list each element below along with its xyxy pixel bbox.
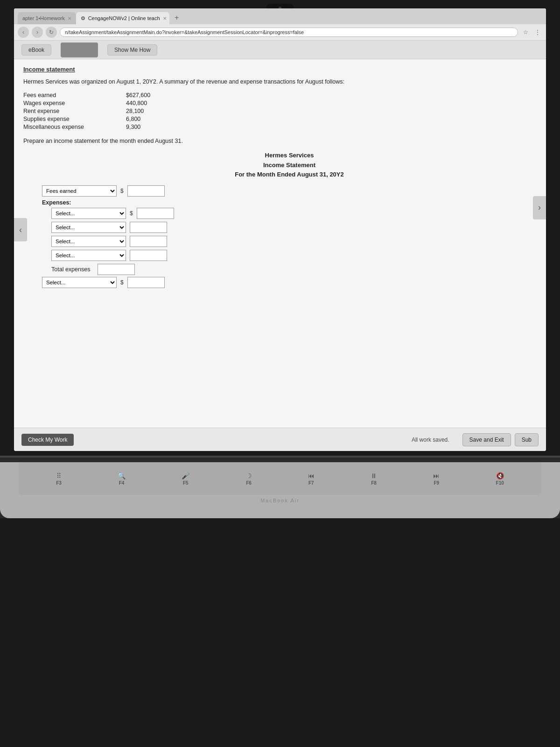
expense-dollar-1: $ [130,210,133,217]
macbook-label: MacBook Air [0,498,560,503]
keyboard-row: ⠿ F3 🔍 F4 🎤 F5 ☽ F6 ⏮ F7 ⏸ F8 ⏭ F9 🔇 [19,462,541,495]
expense-select-1[interactable]: Select... Wages expense Rent expense Sup… [51,208,126,219]
key-f8: ⏸ F8 [371,472,377,486]
f4-icon: 🔍 [118,472,126,479]
app-toolbar: eBook Show Me How [14,41,546,59]
expense-input-2[interactable] [130,222,167,233]
settings-icon[interactable]: ⋮ [533,28,542,37]
net-dollar-sign: $ [120,279,124,286]
net-income-input[interactable] [127,277,165,288]
data-label-1: Fees earned [23,92,107,99]
data-row-1: Fees earned $627,600 [23,92,537,99]
data-row-2: Wages expense 440,800 [23,100,537,106]
save-and-exit-button[interactable]: Save and Exit [462,433,511,446]
expense-select-2[interactable]: Select... Wages expense Rent expense Sup… [51,222,126,233]
key-f5: 🎤 F5 [182,472,189,486]
data-value-4: 6,800 [107,116,140,122]
browser-tab-active[interactable]: ⚙ CengageNOWv2 | Online teach ✕ [76,12,169,24]
data-value-5: 9,300 [107,124,140,130]
back-button[interactable]: ‹ [18,27,29,38]
toolbar-image [61,42,98,57]
prepare-instruction: Prepare an income statement for the mont… [23,138,537,144]
expenses-label: Expenses: [42,199,537,206]
expenses-section: Expenses: Select... Wages expense Rent e… [42,199,537,288]
fees-dollar-sign: $ [120,188,124,194]
f9-icon: ⏭ [433,472,440,479]
f10-label: F10 [496,480,504,486]
tab-label-active: CengageNOWv2 | Online teach [88,15,160,21]
data-label-5: Miscellaneous expense [23,124,107,130]
tab-close-icon[interactable]: ✕ [68,16,71,21]
fees-earned-select[interactable]: Fees earned Wages expense Rent expense S… [42,185,117,197]
expense-select-3[interactable]: Select... Wages expense Rent expense Sup… [51,236,126,247]
f4-label: F4 [119,480,125,486]
key-f6: ☽ F6 [246,472,252,486]
income-statement-form: Hermes Services Income Statement For the… [42,151,537,288]
data-label-4: Supplies expense [23,116,107,122]
tab-label: apter 1•Homework [22,15,65,21]
browser-tabs: apter 1•Homework ✕ ⚙ CengageNOWv2 | Onli… [14,8,546,24]
expense-input-3[interactable] [130,236,167,247]
address-input[interactable]: n/takeAssignment/takeAssignmentMain.do?i… [60,28,518,37]
net-income-select[interactable]: Select... Net income Net loss [42,277,117,288]
add-tab-button[interactable]: + [171,12,182,23]
tab-favicon: ⚙ [81,15,85,21]
nav-left-button[interactable]: ‹ [14,218,27,241]
total-expenses-label: Total expenses [51,266,90,273]
problem-description: Hermes Services was organized on August … [23,78,537,86]
f7-icon: ⏮ [308,472,315,479]
refresh-button[interactable]: ↻ [46,27,57,38]
f8-label: F8 [371,480,377,486]
fees-earned-row: Fees earned Wages expense Rent expense S… [42,185,537,197]
ebook-button[interactable]: eBook [21,44,51,56]
statement-period: For the Month Ended August 31, 20Y2 [42,170,537,180]
data-row-3: Rent expense 28,100 [23,108,537,114]
total-expenses-input[interactable] [98,264,135,275]
forward-button[interactable]: › [32,27,43,38]
key-f9: ⏭ F9 [433,472,440,486]
submit-button[interactable]: Sub [515,433,539,446]
company-name: Hermes Services [42,151,537,161]
nav-right-button[interactable]: › [533,196,546,219]
fees-earned-input[interactable] [127,185,165,197]
expenses-rows: Select... Wages expense Rent expense Sup… [51,208,537,261]
browser-tab-inactive[interactable]: apter 1•Homework ✕ [18,12,76,24]
data-value-1: $627,600 [107,92,150,99]
expense-row-1: Select... Wages expense Rent expense Sup… [51,208,537,219]
total-expenses-row: Total expenses [42,264,537,275]
data-table: Fees earned $627,600 Wages expense 440,8… [23,92,537,130]
bottom-right-actions: All work saved. Save and Exit Sub [412,433,539,446]
content-area: ‹ Income statement Hermes Services was o… [14,59,546,428]
data-row-4: Supplies expense 6,800 [23,116,537,122]
data-label-2: Wages expense [23,100,107,106]
f5-label: F5 [183,480,189,486]
f10-icon: 🔇 [496,472,504,479]
section-title: Income statement [23,66,537,73]
f6-label: F6 [246,480,252,486]
expense-input-4[interactable] [130,250,167,261]
net-income-row: Select... Net income Net loss $ [42,277,537,288]
f3-icon: ⠿ [56,472,61,479]
f8-icon: ⏸ [371,472,377,479]
laptop-base-bottom [0,518,560,747]
browser-chrome: apter 1•Homework ✕ ⚙ CengageNOWv2 | Onli… [14,8,546,41]
f3-label: F3 [56,480,62,486]
save-status-text: All work saved. [412,437,449,443]
tab-close-active-icon[interactable]: ✕ [163,16,167,21]
expense-row-4: Select... Wages expense Rent expense Sup… [51,250,537,261]
company-header: Hermes Services Income Statement For the… [42,151,537,180]
f7-label: F7 [308,480,314,486]
data-value-2: 440,800 [107,100,147,106]
expense-input-1[interactable] [137,208,174,219]
expense-select-4[interactable]: Select... Wages expense Rent expense Sup… [51,250,126,261]
data-label-3: Rent expense [23,108,107,114]
data-row-5: Miscellaneous expense 9,300 [23,124,537,130]
bookmark-icon[interactable]: ☆ [521,28,530,37]
check-my-work-button[interactable]: Check My Work [21,434,74,446]
show-me-how-button[interactable]: Show Me How [107,44,157,56]
f5-icon: 🎤 [182,472,189,479]
key-f4: 🔍 F4 [118,472,126,486]
f6-icon: ☽ [246,472,252,479]
f9-label: F9 [434,480,439,486]
laptop-keyboard: ⠿ F3 🔍 F4 🎤 F5 ☽ F6 ⏮ F7 ⏸ F8 ⏭ F9 🔇 [0,462,560,518]
